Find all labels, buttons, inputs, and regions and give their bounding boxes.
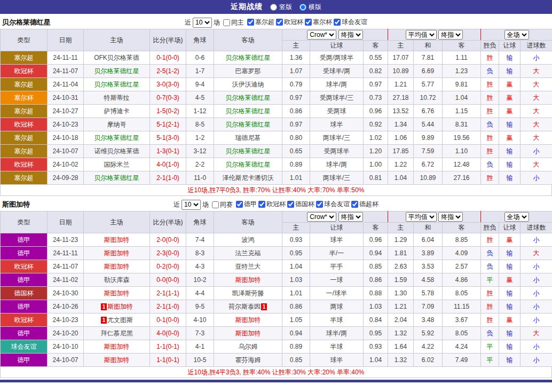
score[interactable]: 1-1(0-1) (150, 340, 186, 354)
col-odds-home: 主 (282, 41, 310, 51)
home-team[interactable]: 摩纳哥 (84, 118, 150, 131)
home-team[interactable]: 斯图加特 (84, 233, 150, 247)
score[interactable]: 0-0(0-0) (150, 273, 186, 287)
score[interactable]: 4-0(0-0) (150, 327, 186, 340)
score[interactable]: 0-1(0-0) (150, 313, 186, 327)
same-checkbox[interactable] (223, 19, 230, 26)
score[interactable]: 5-1(3-0) (150, 131, 186, 145)
odds-source-select[interactable]: Crow* (307, 30, 336, 40)
avg-source-select[interactable]: 平均值 (406, 212, 437, 222)
odds-kind-select[interactable]: 终指 (338, 212, 363, 222)
layout-vertical-radio[interactable]: 竖版 (270, 3, 292, 12)
away-team[interactable]: 泽伦斯尼卡潘切沃 (214, 171, 282, 185)
home-team[interactable]: 1斯图加特 (84, 300, 150, 313)
away-team[interactable]: 贝尔格莱德红星 (214, 118, 282, 131)
same-filter[interactable]: 同主 (222, 18, 244, 27)
away-team[interactable]: 亚特兰大 (214, 260, 282, 273)
score[interactable]: 0-1(0-0) (150, 51, 186, 65)
league-checkbox[interactable] (247, 19, 254, 26)
league-filter[interactable]: 塞尔超 (246, 18, 274, 27)
league-checkbox[interactable] (334, 19, 341, 26)
same-filter[interactable]: 同赛 (210, 200, 233, 209)
home-team[interactable]: 斯图加特 (84, 247, 150, 260)
away-team[interactable]: 霍芬海姆 (214, 354, 282, 367)
avg-kind-select[interactable]: 终指 (438, 212, 463, 222)
avg-kind-select[interactable]: 终指 (438, 30, 463, 40)
match-count-select[interactable]: 10 (182, 200, 201, 210)
league-checkbox[interactable] (287, 201, 294, 208)
home-team[interactable]: 特斯蒂拉 (84, 91, 150, 105)
score[interactable]: 1-1(0-1) (150, 354, 186, 367)
league-checkbox[interactable] (258, 201, 265, 208)
away-team[interactable]: 斯图加特 (214, 313, 282, 327)
league-filter[interactable]: 球会友谊 (314, 200, 350, 209)
scope-select[interactable]: 全场 (504, 212, 529, 222)
score[interactable]: 2-3(0-0) (150, 247, 186, 260)
home-team[interactable]: 贝尔格莱德红星 (84, 65, 150, 78)
score[interactable]: 5-1(2-1) (150, 118, 186, 131)
home-team[interactable]: 萨博迪卡 (84, 105, 150, 118)
odds-source-select[interactable]: Crow* (307, 212, 336, 222)
away-team[interactable]: 瑞德尼基 (214, 131, 282, 145)
horizontal-radio[interactable] (299, 4, 306, 11)
away-team[interactable]: 斯图加特 (214, 273, 282, 287)
odds-kind-select[interactable]: 终指 (338, 30, 363, 40)
away-team[interactable]: 贝尔格莱德红星 (214, 91, 282, 105)
vertical-radio[interactable] (270, 4, 277, 11)
score[interactable]: 0-2(0-0) (150, 260, 186, 273)
score[interactable]: 0-7(0-3) (150, 91, 186, 105)
away-team[interactable]: 乌尔姆 (214, 340, 282, 354)
avg-draw: 10.89 (414, 171, 443, 185)
league-checkbox[interactable] (316, 201, 323, 208)
away-team[interactable]: 凯泽斯劳滕 (214, 287, 282, 300)
away-team[interactable]: 巴塞罗那 (214, 65, 282, 78)
away-team[interactable]: 荷尔斯泰因1 (214, 300, 282, 313)
score[interactable]: 2-5(1-2) (150, 65, 186, 78)
away-team[interactable]: 贝尔格莱德红星 (214, 158, 282, 171)
score[interactable]: 2-1(1-0) (150, 171, 186, 185)
away-team[interactable]: 法兰克福 (214, 247, 282, 260)
league-checkbox[interactable] (351, 201, 358, 208)
home-team[interactable]: 斯图加特 (84, 340, 150, 354)
avg-source-select[interactable]: 平均值 (406, 30, 437, 40)
home-team[interactable]: OFK贝尔格莱德 (84, 51, 150, 65)
league-filter[interactable]: 欧冠杯 (274, 18, 303, 27)
home-team[interactable]: 斯图加特 (84, 354, 150, 367)
away-team[interactable]: 贝尔格莱德红星 (214, 145, 282, 158)
league-checkbox[interactable] (276, 19, 283, 26)
scope-select[interactable]: 全场 (504, 30, 529, 40)
league-checkbox[interactable] (236, 201, 243, 208)
away-team[interactable]: 贝尔格莱德红星 (214, 51, 282, 65)
home-team[interactable]: 拜仁慕尼黑 (84, 327, 150, 340)
home-team[interactable]: 贝尔格莱德红星 (84, 171, 150, 185)
league-checkbox[interactable] (305, 19, 312, 26)
home-team[interactable]: 国际米兰 (84, 158, 150, 171)
score[interactable]: 1-5(0-2) (150, 105, 186, 118)
score[interactable]: 3-0(3-0) (150, 78, 186, 91)
away-team[interactable]: 波鸿 (214, 233, 282, 247)
home-team[interactable]: 斯图加特 (84, 260, 150, 273)
away-team[interactable]: 沃伊沃迪纳 (214, 78, 282, 91)
league-filter[interactable]: 欧冠杯 (257, 200, 286, 209)
league-filter[interactable]: 塞尔杯 (303, 18, 332, 27)
home-team[interactable]: 1尤文图斯 (84, 313, 150, 327)
home-team[interactable]: 勒沃库森 (84, 273, 150, 287)
league-filter[interactable]: 球会友谊 (332, 18, 367, 27)
league-filter[interactable]: 德甲 (234, 200, 257, 209)
score[interactable]: 2-1(1-0) (150, 300, 186, 313)
home-team[interactable]: 贝尔格莱德红星 (84, 131, 150, 145)
away-team[interactable]: 斯图加特 (214, 327, 282, 340)
same-checkbox[interactable] (212, 201, 219, 208)
match-count-select[interactable]: 10 (193, 18, 212, 28)
home-team[interactable]: 斯图加特 (84, 287, 150, 300)
home-team[interactable]: 贝尔格莱德红星 (84, 78, 150, 91)
league-filter[interactable]: 德超杯 (350, 200, 378, 209)
score[interactable]: 4-0(1-0) (150, 158, 186, 171)
score[interactable]: 1-3(0-1) (150, 145, 186, 158)
home-team[interactable]: 诺维贝尔格莱德 (84, 145, 150, 158)
league-filter[interactable]: 德国杯 (286, 200, 314, 209)
score[interactable]: 2-0(0-0) (150, 233, 186, 247)
away-team[interactable]: 贝尔格莱德红星 (214, 105, 282, 118)
layout-horizontal-radio[interactable]: 横版 (299, 3, 321, 12)
score[interactable]: 2-1(1-1) (150, 287, 186, 300)
